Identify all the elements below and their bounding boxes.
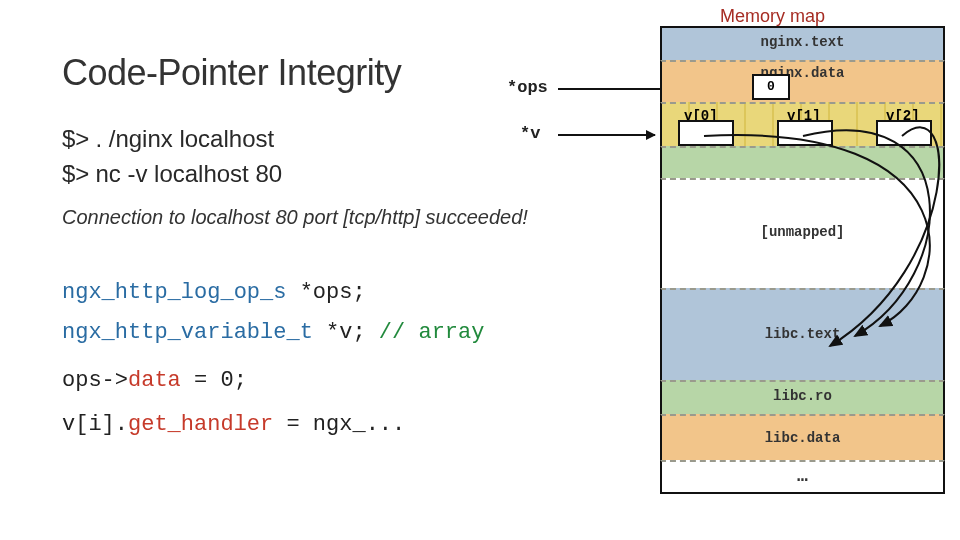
v2-box: [876, 120, 932, 146]
region-dots: …: [660, 460, 945, 494]
type-name: ngx_http_log_op_s: [62, 280, 286, 305]
region-libc-ro: libc.ro: [660, 380, 945, 414]
region-v-array: v[0] v[1] v[2]: [660, 102, 945, 146]
region-label: …: [662, 466, 943, 486]
code-line-4: v[i].get_handler = ngx_...: [62, 412, 405, 437]
region-nginx-text: nginx.text: [660, 26, 945, 60]
shell-cmd-1: $> . /nginx localhost: [62, 125, 274, 153]
region-nginx-data: nginx.data 0: [660, 60, 945, 102]
comment: // array: [379, 320, 485, 345]
arrow-v: [558, 134, 655, 136]
slide-title: Code-Pointer Integrity: [62, 52, 401, 94]
memory-map: nginx.text nginx.data 0 v[0] v[1] v[2] […: [660, 26, 945, 516]
pointer-label-ops: *ops: [507, 78, 548, 97]
region-label: [unmapped]: [662, 224, 943, 240]
region-label: nginx.text: [662, 34, 943, 50]
pointer-label-v: *v: [520, 124, 540, 143]
region-label: libc.text: [662, 326, 943, 342]
code-head: v[i].: [62, 412, 128, 437]
shell-output: Connection to localhost 80 port [tcp/htt…: [62, 206, 528, 229]
code-tail: *v;: [313, 320, 379, 345]
code-line-1: ngx_http_log_op_s *ops;: [62, 280, 366, 305]
highlight: get_handler: [128, 412, 273, 437]
region-libc-text: libc.text: [660, 288, 945, 380]
type-name: ngx_http_variable_t: [62, 320, 313, 345]
shell-cmd-2: $> nc -v localhost 80: [62, 160, 282, 188]
region-label: nginx.data: [662, 65, 943, 81]
cmd-text: nc -v localhost 80: [95, 160, 282, 187]
code-tail: *ops;: [286, 280, 365, 305]
memory-map-title: Memory map: [720, 6, 825, 27]
data-box-zero: 0: [752, 74, 790, 100]
code-head: ops->: [62, 368, 128, 393]
v1-box: [777, 120, 833, 146]
region-libc-data: libc.data: [660, 414, 945, 460]
code-line-2: ngx_http_variable_t *v; // array: [62, 320, 484, 345]
v0-box: [678, 120, 734, 146]
code-tail: = ngx_...: [273, 412, 405, 437]
cmd-text: . /nginx localhost: [95, 125, 274, 152]
region-label: libc.ro: [662, 388, 943, 404]
region-green: [660, 146, 945, 178]
prompt: $>: [62, 125, 89, 152]
region-unmapped: [unmapped]: [660, 178, 945, 288]
prompt: $>: [62, 160, 89, 187]
highlight: data: [128, 368, 181, 393]
code-tail: = 0;: [181, 368, 247, 393]
code-line-3: ops->data = 0;: [62, 368, 247, 393]
region-label: libc.data: [662, 430, 943, 446]
